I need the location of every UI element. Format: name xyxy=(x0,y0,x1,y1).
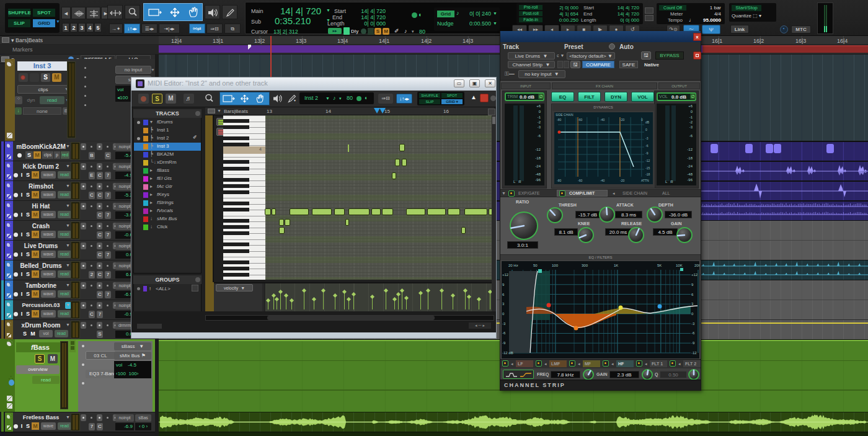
svg-text:0: 0 xyxy=(641,118,643,122)
svg-text:100: 100 xyxy=(552,264,559,267)
svg-text:dB: dB xyxy=(645,120,650,124)
svg-text:10K: 10K xyxy=(676,264,683,267)
svg-text:-12 dB: -12 dB xyxy=(502,351,513,355)
svg-text:-6: -6 xyxy=(502,331,506,335)
svg-text:50: 50 xyxy=(533,264,538,267)
svg-text:-12: -12 xyxy=(691,351,697,355)
svg-text:-60: -60 xyxy=(578,179,582,182)
svg-text:-40: -40 xyxy=(600,179,604,182)
svg-text:-12: -12 xyxy=(645,159,650,162)
svg-text:5K: 5K xyxy=(657,264,662,267)
svg-text:-20: -20 xyxy=(620,118,624,122)
svg-text:300: 300 xyxy=(582,264,588,267)
svg-text:-20: -20 xyxy=(620,179,624,182)
svg-text:1K: 1K xyxy=(614,264,618,267)
svg-text:-80: -80 xyxy=(557,118,561,122)
svg-text:-3: -3 xyxy=(645,136,649,140)
svg-text:-9: -9 xyxy=(502,341,506,345)
svg-text:SIDE CHAIN: SIDE CHAIN xyxy=(556,113,574,117)
svg-text:+12: +12 xyxy=(691,273,698,277)
svg-text:-3: -3 xyxy=(691,322,695,326)
svg-text:-80: -80 xyxy=(557,179,561,182)
svg-text:-40: -40 xyxy=(600,118,604,122)
svg-text:-60: -60 xyxy=(578,118,582,122)
svg-text:-18: -18 xyxy=(645,172,650,176)
svg-text:20K: 20K xyxy=(694,264,699,267)
svg-text:-9: -9 xyxy=(691,341,695,345)
svg-text:-6: -6 xyxy=(645,144,649,148)
svg-text:-15: -15 xyxy=(645,166,650,170)
svg-text:-3: -3 xyxy=(502,322,506,326)
svg-text:-6: -6 xyxy=(691,331,695,335)
svg-text:20 Hz: 20 Hz xyxy=(508,264,518,267)
svg-text:ATTN: ATTN xyxy=(641,179,649,182)
svg-text:+12: +12 xyxy=(502,273,509,277)
svg-text:0: 0 xyxy=(645,128,647,131)
svg-text:-9: -9 xyxy=(645,151,649,155)
